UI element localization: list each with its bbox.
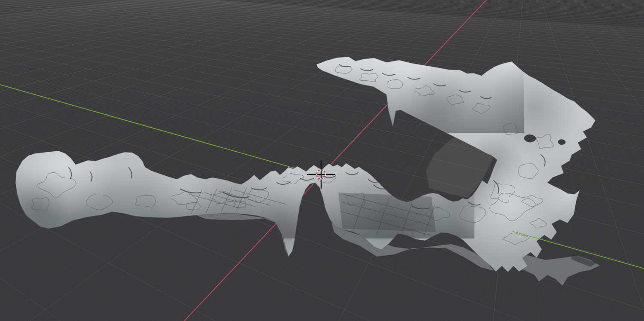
viewport-canvas[interactable] [0, 0, 644, 321]
viewport-3d[interactable] [0, 0, 644, 321]
